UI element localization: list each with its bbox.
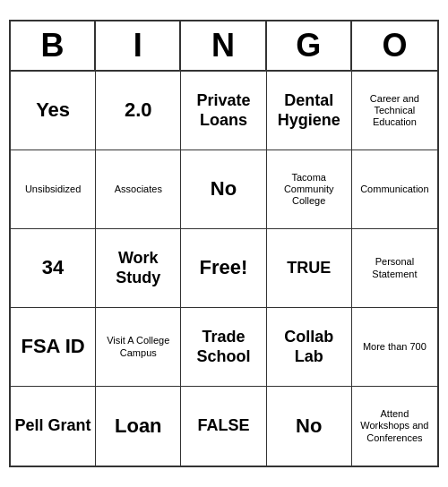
cell-text-23: No	[296, 414, 322, 438]
bingo-card: BINGO Yes2.0Private LoansDental HygieneC…	[9, 20, 439, 467]
bingo-letter-g: G	[267, 21, 352, 70]
bingo-cell-14: Personal Statement	[352, 229, 437, 308]
cell-text-19: More than 700	[363, 341, 426, 353]
bingo-cell-1: 2.0	[96, 72, 181, 150]
cell-text-14: Personal Statement	[356, 256, 434, 279]
cell-text-20: Pell Grant	[15, 416, 91, 436]
bingo-cell-19: More than 700	[352, 308, 437, 387]
cell-text-17: Trade School	[185, 328, 262, 366]
bingo-cell-13: TRUE	[267, 229, 352, 308]
bingo-cell-7: No	[181, 150, 266, 229]
cell-text-24: Attend Workshops and Conferences	[356, 408, 434, 444]
cell-text-21: Loan	[115, 414, 162, 438]
bingo-cell-5: Unsibsidized	[11, 150, 96, 229]
bingo-cell-21: Loan	[96, 387, 181, 466]
bingo-cell-24: Attend Workshops and Conferences	[352, 387, 437, 466]
cell-text-22: FALSE	[197, 416, 249, 436]
bingo-cell-15: FSA ID	[11, 308, 96, 387]
cell-text-15: FSA ID	[21, 335, 84, 358]
bingo-cell-22: FALSE	[181, 387, 266, 466]
cell-text-3: Dental Hygiene	[271, 91, 348, 130]
cell-text-6: Associates	[115, 184, 162, 195]
cell-text-11: Work Study	[99, 249, 177, 287]
cell-text-7: No	[211, 177, 237, 201]
bingo-cell-2: Private Loans	[181, 72, 266, 150]
bingo-cell-0: Yes	[11, 72, 96, 150]
cell-text-16: Visit A College Campus	[99, 335, 177, 358]
cell-text-0: Yes	[36, 98, 70, 122]
cell-text-5: Unsibsidized	[25, 184, 81, 195]
cell-text-4: Career and Technical Education	[356, 93, 434, 129]
bingo-cell-18: Collab Lab	[267, 308, 352, 387]
bingo-cell-20: Pell Grant	[11, 387, 96, 466]
bingo-letter-b: B	[11, 21, 96, 70]
bingo-cell-10: 34	[11, 229, 96, 308]
bingo-cell-12: Free!	[181, 229, 266, 308]
bingo-cell-11: Work Study	[96, 229, 181, 308]
cell-text-1: 2.0	[125, 98, 152, 122]
bingo-cell-17: Trade School	[181, 308, 266, 387]
bingo-letter-o: O	[352, 21, 437, 70]
bingo-cell-3: Dental Hygiene	[267, 72, 352, 150]
bingo-letter-n: N	[181, 21, 266, 70]
bingo-cell-23: No	[267, 387, 352, 466]
bingo-grid: Yes2.0Private LoansDental HygieneCareer …	[11, 72, 437, 466]
cell-text-10: 34	[42, 256, 64, 279]
bingo-letter-i: I	[96, 21, 181, 70]
bingo-header: BINGO	[11, 21, 437, 72]
cell-text-12: Free!	[200, 256, 248, 279]
bingo-cell-9: Communication	[352, 150, 437, 229]
bingo-cell-8: Tacoma Community College	[267, 150, 352, 229]
cell-text-2: Private Loans	[185, 91, 262, 130]
cell-text-9: Communication	[360, 184, 428, 195]
cell-text-8: Tacoma Community College	[271, 172, 348, 208]
cell-text-13: TRUE	[287, 259, 331, 278]
cell-text-18: Collab Lab	[271, 328, 348, 366]
bingo-cell-6: Associates	[96, 150, 181, 229]
bingo-cell-4: Career and Technical Education	[352, 72, 437, 150]
bingo-cell-16: Visit A College Campus	[96, 308, 181, 387]
